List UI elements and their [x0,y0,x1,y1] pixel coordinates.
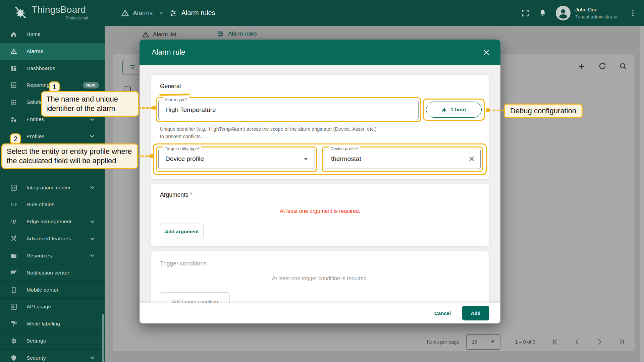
shield-icon [10,354,17,362]
warning-icon [10,48,17,55]
trigger-conditions-heading: Trigger conditions [160,260,206,267]
folder-icon [10,252,17,259]
edge-management-icon [10,218,17,225]
app-root: { "colors": { "accent": "#00695c", "side… [0,0,644,362]
trigger-conditions-section: Trigger conditions At least one trigger … [151,251,489,303]
target-entity-type-select[interactable]: Target entity type* Device profile [158,149,315,169]
thingsboard-logo-icon [13,5,28,21]
smartphone-icon [10,286,17,294]
device-profile-highlight-ring: Device profile* thermostat [322,146,483,172]
new-badge: NEW [83,82,99,88]
sidebar-item-settings[interactable]: Settings [0,333,105,350]
alarm-type-hint: Unique identifier (e.g., HighTempAlarm) … [160,126,435,140]
dialog-footer: Cancel Add [140,303,500,323]
page-scrollbar[interactable] [640,26,644,362]
debug-connector [488,110,504,111]
add-button[interactable]: Add [462,306,489,320]
step-1-connector [138,107,153,109]
clear-icon[interactable] [468,156,475,162]
chevron-down-icon [90,135,95,138]
device-profile-field[interactable]: Device profile* thermostat [324,149,481,169]
rule-chains-icon [10,201,17,208]
add-trigger-condition-button[interactable]: Add trigger condition [160,292,230,303]
dialog-header: Alarm rule [140,40,500,65]
chevron-down-icon [90,186,95,189]
sidebar-scrollbar[interactable] [102,314,104,362]
user-role: Tenant administrator [575,14,618,19]
step-1-badge: 1 [49,81,60,92]
advanced-features-icon [10,235,17,242]
highlight-underline [159,94,190,96]
breadcrumb-alarm-rules[interactable]: Alarm rules [169,9,215,17]
target-entity-type-label: Target entity type* [163,146,201,151]
sidebar-item-integrations-center[interactable]: Integrations center [0,179,105,196]
alarm-type-value: High Temperature [159,106,216,114]
target-entity-type-value: Device profile [159,155,204,163]
general-heading: General [160,83,181,90]
device-profile-label: Device profile* [329,146,360,151]
api-usage-icon [10,303,17,310]
notification-center-icon [10,269,17,277]
app-name: ThingsBoard [32,4,86,15]
cancel-button[interactable]: Cancel [434,310,451,316]
kebab-menu-icon[interactable] [629,9,637,17]
breadcrumb-alarms[interactable]: Alarms [121,9,153,17]
target-row-highlight-ring: Target entity type* Device profile Devic… [153,143,487,175]
alarm-type-label: Alarm type* [163,97,189,102]
reporting-icon [10,81,17,89]
step-1-callout: The name and unique identifier of the al… [41,91,139,117]
chevron-down-icon [90,356,95,359]
sidebar-item-mobile-center[interactable]: Mobile center [0,282,105,299]
avatar[interactable] [556,6,571,20]
breadcrumb: Alarms > Alarm rules [121,0,215,26]
debug-config-button[interactable]: 1 hour [426,102,482,118]
integrations-icon [10,184,17,191]
notifications-bell-icon[interactable] [538,9,547,17]
device-profile-value: thermostat [324,155,361,163]
close-icon[interactable] [482,48,490,56]
step-2-badge: 2 [10,133,21,144]
tune-icon [169,9,178,17]
arguments-section: Arguments * At least one argument is req… [151,184,489,246]
debug-highlight-ring: 1 hour [423,99,485,121]
sidebar-item-notification-center[interactable]: Notification center [0,264,105,282]
sidebar-item-home[interactable]: Home [0,26,105,43]
arguments-heading: Arguments * [160,191,192,198]
sidebar-item-rule-chains[interactable]: Rule chains [0,196,105,213]
sidebar-item-white-labeling[interactable]: White labeling [0,315,105,333]
user-name: John Doe [575,7,618,13]
chevron-down-icon [90,220,95,223]
alarm-type-highlight-ring: Alarm type* High Temperature [156,97,421,122]
debug-callout: Debug configuration [504,104,583,118]
gear-icon [10,337,17,345]
chevron-down-icon [90,237,95,240]
add-argument-button[interactable]: Add argument [160,224,204,239]
bug-icon [441,107,447,113]
fullscreen-icon[interactable] [521,9,530,17]
sidebar-item-dashboards[interactable]: Dashboards [0,60,105,77]
sidebar-item-security[interactable]: Security [0,350,105,362]
dialog-title: Alarm rule [152,48,185,57]
alarm-type-field[interactable]: Alarm type* High Temperature [158,100,419,120]
breadcrumb-separator: > [159,10,162,16]
dashboards-icon [10,65,17,72]
paint-roller-icon [10,320,17,327]
user-info[interactable]: John Doe Tenant administrator [575,7,618,19]
step-2-callout: Select the entity or entity profile wher… [1,143,138,169]
step-2-connector-dot [149,154,154,158]
entities-icon [10,116,17,123]
debug-duration-label: 1 hour [450,107,466,113]
sidebar-item-resources[interactable]: Resources [0,247,105,264]
warning-icon [121,9,129,17]
chevron-down-icon[interactable] [304,158,308,160]
sidebar-item-api-usage[interactable]: API usage [0,299,105,316]
sidebar-item-edge-management[interactable]: Edge management [0,213,105,230]
arguments-error-message: At least one argument is required. [151,208,489,214]
sidebar-item-alarms[interactable]: Alarms [0,43,105,60]
chevron-down-icon [90,254,95,257]
top-header: ThingsBoard Professional Alarms > Alarm … [0,0,644,26]
alarm-rule-dialog: Alarm rule General Alarm type* High Temp… [140,40,500,323]
sidebar-item-advanced-features[interactable]: Advanced features [0,230,105,247]
home-icon [10,31,17,38]
solution-templates-icon [10,99,17,106]
